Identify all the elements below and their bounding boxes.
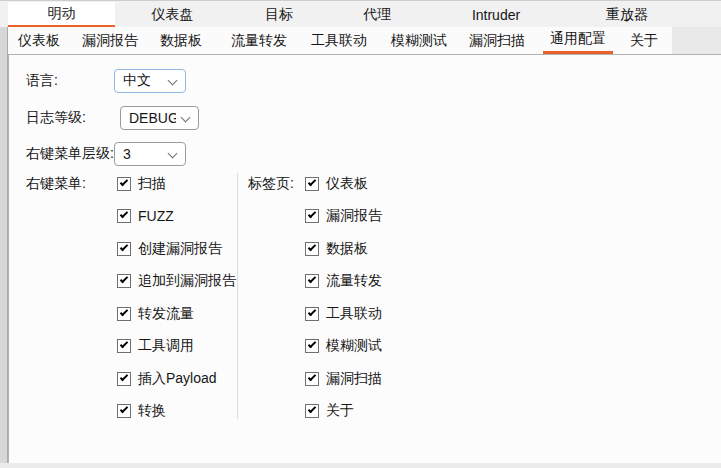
checkbox[interactable] bbox=[305, 274, 319, 288]
checkbox-item-tool-linkage[interactable]: 工具联动 bbox=[305, 306, 382, 321]
sub-tab-data-board[interactable]: 数据板 bbox=[152, 27, 210, 54]
checkbox-item-forward-traffic[interactable]: 转发流量 bbox=[117, 306, 236, 321]
checkbox[interactable] bbox=[117, 372, 131, 386]
context-menu-section-label: 右键菜单: bbox=[26, 176, 86, 191]
context-menu-depth-select-value: 3 bbox=[123, 146, 131, 162]
checkbox[interactable] bbox=[305, 177, 319, 191]
language-select-value: 中文 bbox=[123, 72, 151, 90]
main-tab-target[interactable]: 目标 bbox=[230, 2, 328, 28]
column-divider bbox=[237, 173, 238, 419]
checkbox-label: 关于 bbox=[326, 402, 354, 420]
checkbox-label: 追加到漏洞报告 bbox=[138, 272, 236, 290]
sub-tab-general-config[interactable]: 通用配置 bbox=[543, 27, 613, 54]
check-icon bbox=[120, 340, 128, 348]
check-icon bbox=[308, 242, 316, 250]
checkbox[interactable] bbox=[305, 404, 319, 418]
checkbox-label: 工具调用 bbox=[138, 337, 194, 355]
language-label: 语言: bbox=[26, 69, 58, 93]
tab-pages-section-label: 标签页: bbox=[248, 176, 294, 191]
check-icon bbox=[308, 372, 316, 380]
bottom-strip bbox=[0, 463, 721, 468]
checkbox-label: FUZZ bbox=[138, 208, 174, 224]
checkbox[interactable] bbox=[305, 307, 319, 321]
sub-tab-dashboard[interactable]: 仪表板 bbox=[10, 27, 68, 54]
check-icon bbox=[308, 405, 316, 413]
check-icon bbox=[120, 177, 128, 185]
check-icon bbox=[308, 275, 316, 283]
context-menu-checkbox-list: 扫描 FUZZ 创建漏洞报告 追加到漏洞报告 转发流量 工具调用 插入Paylo… bbox=[117, 176, 236, 419]
context-menu-depth-select[interactable]: 3 bbox=[114, 142, 186, 166]
main-tab-proxy[interactable]: 代理 bbox=[328, 2, 426, 28]
checkbox[interactable] bbox=[117, 242, 131, 256]
checkbox[interactable] bbox=[117, 274, 131, 288]
checkbox-label: 转换 bbox=[138, 402, 166, 420]
chevron-down-icon bbox=[168, 149, 178, 159]
sub-tab-fuzz-test[interactable]: 模糊测试 bbox=[384, 27, 454, 54]
checkbox-item-vuln-report[interactable]: 漏洞报告 bbox=[305, 209, 382, 224]
log-level-label: 日志等级: bbox=[26, 106, 86, 130]
sub-tab-vuln-report[interactable]: 漏洞报告 bbox=[76, 27, 144, 54]
checkbox[interactable] bbox=[305, 242, 319, 256]
checkbox-label: 创建漏洞报告 bbox=[138, 240, 222, 258]
check-icon bbox=[308, 210, 316, 218]
checkbox-item-scan[interactable]: 扫描 bbox=[117, 176, 236, 191]
checkbox-item-vuln-scan[interactable]: 漏洞扫描 bbox=[305, 371, 382, 386]
checkbox-label: 扫描 bbox=[138, 175, 166, 193]
checkbox-label: 流量转发 bbox=[326, 272, 382, 290]
checkbox-item-data-board[interactable]: 数据板 bbox=[305, 241, 382, 256]
checkbox-label: 数据板 bbox=[326, 240, 368, 258]
check-icon bbox=[120, 372, 128, 380]
general-config-panel: 语言: 中文 日志等级: DEBUG 右键菜单层级: 3 右键菜单: 扫描 FU… bbox=[8, 54, 721, 463]
context-menu-depth-label: 右键菜单层级: bbox=[26, 142, 114, 166]
checkbox-item-fuzz[interactable]: FUZZ bbox=[117, 209, 236, 224]
main-tab-dashboard[interactable]: 仪表盘 bbox=[115, 2, 230, 28]
check-icon bbox=[308, 340, 316, 348]
checkbox-item-tool-invoke[interactable]: 工具调用 bbox=[117, 339, 236, 354]
checkbox[interactable] bbox=[305, 209, 319, 223]
check-icon bbox=[120, 210, 128, 218]
checkbox-item-dashboard[interactable]: 仪表板 bbox=[305, 176, 382, 191]
chevron-down-icon bbox=[181, 113, 191, 123]
sub-tab-about[interactable]: 关于 bbox=[621, 27, 667, 54]
checkbox-label: 漏洞报告 bbox=[326, 207, 382, 225]
main-tab-bar: 明动 仪表盘 目标 代理 Intruder 重放器 bbox=[0, 0, 721, 27]
chevron-down-icon bbox=[168, 76, 178, 86]
checkbox[interactable] bbox=[305, 372, 319, 386]
check-icon bbox=[120, 307, 128, 315]
log-level-select[interactable]: DEBUG bbox=[120, 106, 199, 130]
checkbox-label: 模糊测试 bbox=[326, 337, 382, 355]
checkbox-label: 漏洞扫描 bbox=[326, 370, 382, 388]
checkbox[interactable] bbox=[305, 339, 319, 353]
sub-tab-vuln-scan[interactable]: 漏洞扫描 bbox=[462, 27, 532, 54]
checkbox-item-insert-payload[interactable]: 插入Payload bbox=[117, 371, 236, 386]
main-tab-mingdong[interactable]: 明动 bbox=[8, 2, 115, 28]
check-icon bbox=[308, 177, 316, 185]
checkbox-item-traffic-forward[interactable]: 流量转发 bbox=[305, 274, 382, 289]
language-select[interactable]: 中文 bbox=[114, 69, 186, 93]
main-tab-repeater[interactable]: 重放器 bbox=[566, 2, 688, 28]
checkbox-item-create-vuln-report[interactable]: 创建漏洞报告 bbox=[117, 241, 236, 256]
checkbox-label: 工具联动 bbox=[326, 305, 382, 323]
checkbox[interactable] bbox=[117, 307, 131, 321]
checkbox[interactable] bbox=[117, 177, 131, 191]
checkbox-label: 仪表板 bbox=[326, 175, 368, 193]
checkbox-label: 插入Payload bbox=[138, 370, 217, 388]
checkbox-item-about[interactable]: 关于 bbox=[305, 404, 382, 419]
checkbox-item-append-vuln-report[interactable]: 追加到漏洞报告 bbox=[117, 274, 236, 289]
check-icon bbox=[120, 405, 128, 413]
sub-tab-traffic-forward[interactable]: 流量转发 bbox=[224, 27, 294, 54]
log-level-select-value: DEBUG bbox=[129, 110, 176, 126]
sub-tab-bar: 仪表板 漏洞报告 数据板 流量转发 工具联动 模糊测试 漏洞扫描 通用配置 关于 bbox=[0, 27, 721, 54]
check-icon bbox=[120, 275, 128, 283]
check-icon bbox=[120, 242, 128, 250]
checkbox-item-fuzz-test[interactable]: 模糊测试 bbox=[305, 339, 382, 354]
checkbox-item-transform[interactable]: 转换 bbox=[117, 404, 236, 419]
tab-pages-checkbox-list: 仪表板 漏洞报告 数据板 流量转发 工具联动 模糊测试 漏洞扫描 关于 bbox=[305, 176, 382, 419]
checkbox[interactable] bbox=[117, 404, 131, 418]
checkbox[interactable] bbox=[117, 339, 131, 353]
sub-tab-tool-linkage[interactable]: 工具联动 bbox=[304, 27, 374, 54]
left-gutter bbox=[0, 27, 8, 468]
main-tab-intruder[interactable]: Intruder bbox=[426, 2, 566, 28]
checkbox-label: 转发流量 bbox=[138, 305, 194, 323]
checkbox[interactable] bbox=[117, 209, 131, 223]
